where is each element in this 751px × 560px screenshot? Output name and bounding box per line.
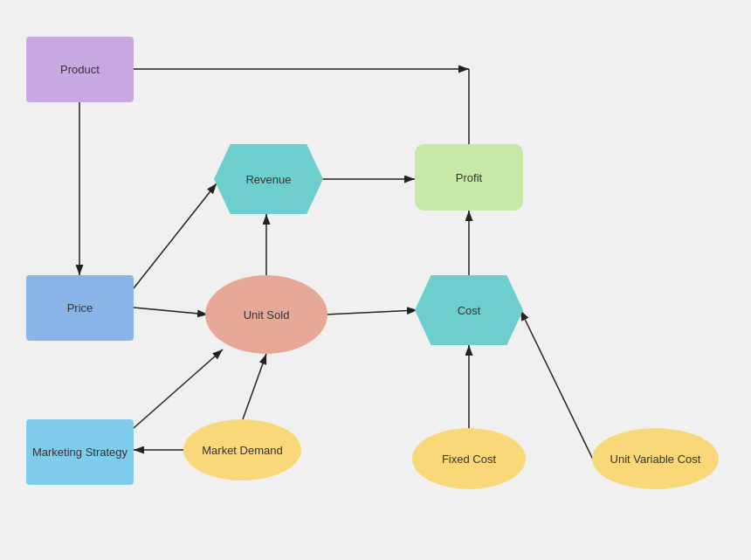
product-node: Product	[26, 37, 134, 102]
marketing-label: Marketing Strategy	[29, 442, 131, 462]
svg-line-6	[134, 183, 217, 288]
svg-line-5	[134, 308, 208, 315]
unit-variable-cost-node: Unit Variable Cost	[592, 428, 719, 489]
product-label: Product	[60, 63, 100, 76]
diagram-container: Product Price Marketing Strategy Revenue…	[0, 0, 751, 560]
svg-line-12	[520, 310, 594, 461]
cost-label: Cost	[458, 304, 481, 317]
market-demand-node: Market Demand	[183, 419, 301, 480]
marketing-node: Marketing Strategy	[26, 419, 134, 485]
cost-node: Cost	[415, 275, 523, 345]
svg-line-15	[134, 349, 223, 428]
profit-node: Profit	[415, 144, 523, 211]
price-label: Price	[67, 301, 93, 315]
svg-line-9	[326, 310, 417, 315]
fixed-cost-label: Fixed Cost	[442, 453, 496, 466]
profit-label: Profit	[456, 171, 482, 184]
svg-line-14	[243, 354, 266, 419]
revenue-label: Revenue	[245, 173, 291, 186]
unit-variable-cost-label: Unit Variable Cost	[607, 449, 705, 469]
price-node: Price	[26, 275, 134, 341]
market-demand-label: Market Demand	[198, 440, 286, 460]
unit-sold-node: Unit Sold	[205, 275, 327, 354]
fixed-cost-node: Fixed Cost	[412, 428, 526, 489]
revenue-node: Revenue	[214, 144, 323, 214]
unit-sold-label: Unit Sold	[244, 308, 290, 321]
